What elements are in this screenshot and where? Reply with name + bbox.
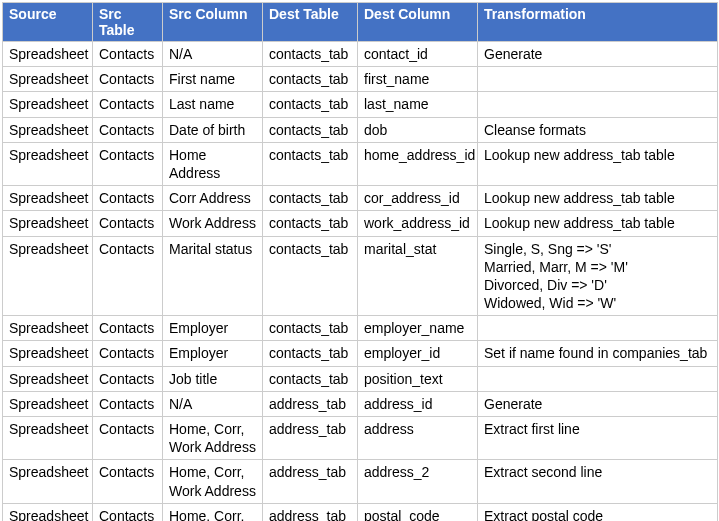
cell-source: Spreadsheet bbox=[3, 341, 93, 366]
cell-dest-column: dob bbox=[358, 117, 478, 142]
cell-src-table: Contacts bbox=[93, 211, 163, 236]
header-src-table: Src Table bbox=[93, 3, 163, 42]
table-row: SpreadsheetContactsHome, Corr, Work Addr… bbox=[3, 503, 718, 521]
cell-dest-table: contacts_tab bbox=[263, 316, 358, 341]
cell-dest-column: first_name bbox=[358, 67, 478, 92]
cell-source: Spreadsheet bbox=[3, 503, 93, 521]
header-dest-table: Dest Table bbox=[263, 3, 358, 42]
cell-transformation: Generate bbox=[478, 391, 718, 416]
cell-src-table: Contacts bbox=[93, 341, 163, 366]
cell-src-column: Date of birth bbox=[163, 117, 263, 142]
cell-dest-table: contacts_tab bbox=[263, 366, 358, 391]
header-row: Source Src Table Src Column Dest Table D… bbox=[3, 3, 718, 42]
table-body: SpreadsheetContactsN/Acontacts_tabcontac… bbox=[3, 42, 718, 522]
cell-transformation: Extract postal code bbox=[478, 503, 718, 521]
cell-dest-table: address_tab bbox=[263, 503, 358, 521]
cell-dest-table: contacts_tab bbox=[263, 92, 358, 117]
cell-dest-table: contacts_tab bbox=[263, 67, 358, 92]
cell-source: Spreadsheet bbox=[3, 42, 93, 67]
cell-dest-table: contacts_tab bbox=[263, 142, 358, 185]
header-src-column: Src Column bbox=[163, 3, 263, 42]
cell-dest-column: cor_address_id bbox=[358, 186, 478, 211]
cell-src-column: Home, Corr, Work Address bbox=[163, 460, 263, 503]
cell-source: Spreadsheet bbox=[3, 417, 93, 460]
cell-src-table: Contacts bbox=[93, 186, 163, 211]
cell-transformation: Extract first line bbox=[478, 417, 718, 460]
table-row: SpreadsheetContactsWork Addresscontacts_… bbox=[3, 211, 718, 236]
cell-src-table: Contacts bbox=[93, 391, 163, 416]
cell-src-column: Home Address bbox=[163, 142, 263, 185]
cell-transformation bbox=[478, 366, 718, 391]
table-row: SpreadsheetContactsFirst namecontacts_ta… bbox=[3, 67, 718, 92]
cell-src-table: Contacts bbox=[93, 460, 163, 503]
table-row: SpreadsheetContactsN/Aaddress_tabaddress… bbox=[3, 391, 718, 416]
cell-src-column: Employer bbox=[163, 316, 263, 341]
cell-src-column: Work Address bbox=[163, 211, 263, 236]
cell-dest-column: marital_stat bbox=[358, 236, 478, 316]
cell-dest-table: contacts_tab bbox=[263, 186, 358, 211]
cell-src-table: Contacts bbox=[93, 92, 163, 117]
cell-src-table: Contacts bbox=[93, 236, 163, 316]
cell-dest-column: address_2 bbox=[358, 460, 478, 503]
table-row: SpreadsheetContactsEmployercontacts_tabe… bbox=[3, 316, 718, 341]
cell-dest-column: postal_code bbox=[358, 503, 478, 521]
cell-transformation: Lookup new address_tab table bbox=[478, 186, 718, 211]
cell-src-table: Contacts bbox=[93, 67, 163, 92]
table-row: SpreadsheetContactsLast namecontacts_tab… bbox=[3, 92, 718, 117]
cell-dest-column: home_address_id bbox=[358, 142, 478, 185]
cell-transformation bbox=[478, 92, 718, 117]
cell-source: Spreadsheet bbox=[3, 117, 93, 142]
cell-dest-table: address_tab bbox=[263, 417, 358, 460]
table-row: SpreadsheetContactsJob titlecontacts_tab… bbox=[3, 366, 718, 391]
cell-source: Spreadsheet bbox=[3, 142, 93, 185]
header-dest-column: Dest Column bbox=[358, 3, 478, 42]
cell-src-table: Contacts bbox=[93, 366, 163, 391]
cell-source: Spreadsheet bbox=[3, 391, 93, 416]
cell-source: Spreadsheet bbox=[3, 211, 93, 236]
cell-source: Spreadsheet bbox=[3, 67, 93, 92]
table-row: SpreadsheetContactsHome, Corr, Work Addr… bbox=[3, 417, 718, 460]
cell-source: Spreadsheet bbox=[3, 460, 93, 503]
header-transformation: Transformation bbox=[478, 3, 718, 42]
cell-dest-column: address_id bbox=[358, 391, 478, 416]
cell-dest-table: address_tab bbox=[263, 460, 358, 503]
cell-dest-column: position_text bbox=[358, 366, 478, 391]
cell-src-column: Corr Address bbox=[163, 186, 263, 211]
cell-source: Spreadsheet bbox=[3, 186, 93, 211]
cell-src-table: Contacts bbox=[93, 42, 163, 67]
cell-transformation: Generate bbox=[478, 42, 718, 67]
table-row: SpreadsheetContactsN/Acontacts_tabcontac… bbox=[3, 42, 718, 67]
cell-dest-column: last_name bbox=[358, 92, 478, 117]
cell-transformation: Extract second line bbox=[478, 460, 718, 503]
mapping-table: Source Src Table Src Column Dest Table D… bbox=[2, 2, 718, 521]
cell-source: Spreadsheet bbox=[3, 366, 93, 391]
cell-dest-column: employer_id bbox=[358, 341, 478, 366]
cell-source: Spreadsheet bbox=[3, 236, 93, 316]
cell-dest-column: employer_name bbox=[358, 316, 478, 341]
cell-src-column: Home, Corr, Work Address bbox=[163, 417, 263, 460]
header-source: Source bbox=[3, 3, 93, 42]
cell-src-column: Employer bbox=[163, 341, 263, 366]
cell-dest-table: contacts_tab bbox=[263, 42, 358, 67]
cell-dest-table: address_tab bbox=[263, 391, 358, 416]
cell-transformation bbox=[478, 67, 718, 92]
cell-src-column: N/A bbox=[163, 391, 263, 416]
cell-src-table: Contacts bbox=[93, 142, 163, 185]
table-row: SpreadsheetContactsMarital statuscontact… bbox=[3, 236, 718, 316]
cell-dest-table: contacts_tab bbox=[263, 211, 358, 236]
cell-transformation: Cleanse formats bbox=[478, 117, 718, 142]
cell-src-column: Home, Corr, Work Address bbox=[163, 503, 263, 521]
table-row: SpreadsheetContactsDate of birthcontacts… bbox=[3, 117, 718, 142]
cell-src-table: Contacts bbox=[93, 316, 163, 341]
cell-dest-column: work_address_id bbox=[358, 211, 478, 236]
cell-source: Spreadsheet bbox=[3, 92, 93, 117]
cell-transformation: Set if name found in companies_tab bbox=[478, 341, 718, 366]
cell-transformation: Single, S, Sng => 'S' Married, Marr, M =… bbox=[478, 236, 718, 316]
cell-src-column: First name bbox=[163, 67, 263, 92]
cell-dest-table: contacts_tab bbox=[263, 117, 358, 142]
cell-transformation bbox=[478, 316, 718, 341]
table-row: SpreadsheetContactsCorr Addresscontacts_… bbox=[3, 186, 718, 211]
cell-transformation: Lookup new address_tab table bbox=[478, 211, 718, 236]
cell-dest-column: contact_id bbox=[358, 42, 478, 67]
cell-source: Spreadsheet bbox=[3, 316, 93, 341]
